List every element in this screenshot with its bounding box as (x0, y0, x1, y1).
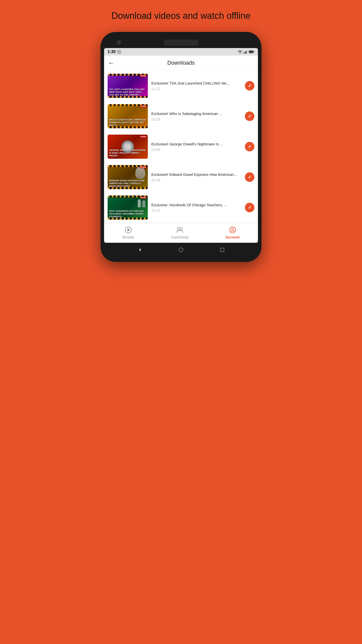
svg-rect-8 (249, 51, 253, 53)
video-thumbnail: Who Is Sabotaging American Power Plants?… (108, 104, 148, 128)
video-duration: 13:19 (151, 117, 241, 121)
video-thumbnail: TSA Just Launched Chilling New Tech! Jus… (108, 74, 148, 98)
download-check-button[interactable]: ✓ (245, 203, 254, 212)
svg-marker-1 (119, 51, 120, 53)
svg-rect-3 (244, 52, 244, 54)
nav-item-browse[interactable]: Browse (122, 226, 134, 239)
video-duration: 23:05 (151, 148, 241, 152)
video-item-5[interactable]: SICK! HUNDREDS OF CHICAGO TEACHERS GROOM… (104, 192, 258, 223)
video-list: TSA Just Launched Chilling New Tech! Jus… (104, 71, 258, 223)
video-thumbnail: George Orwell's Nightmare Is Now A Reali… (108, 135, 148, 159)
video-item-2[interactable]: Who Is Sabotaging American Power Plants?… (104, 101, 258, 132)
video-title: Exclusive! Edward Dowd Exposes How Ameri… (151, 172, 241, 177)
svg-point-17 (179, 248, 183, 252)
camera (117, 40, 121, 45)
thumb-text: TSA Just Launched Chilling New Tech! Jus… (108, 74, 148, 98)
back-button[interactable]: ← (108, 59, 115, 67)
nav-icon-account (228, 226, 237, 234)
battery-icon (249, 50, 254, 53)
video-thumbnail: SICK! HUNDREDS OF CHICAGO TEACHERS GROOM… (108, 195, 148, 220)
home-hardware-button[interactable] (177, 246, 185, 253)
nav-label-account: Account (225, 235, 240, 239)
phone-top (104, 39, 258, 46)
back-hardware-button[interactable] (136, 246, 143, 253)
svg-rect-5 (246, 51, 247, 54)
svg-point-15 (232, 228, 234, 230)
download-check-button[interactable]: ✓ (245, 142, 254, 151)
download-check-button[interactable]: ✓ (245, 111, 254, 121)
video-item-1[interactable]: TSA Just Launched Chilling New Tech! Jus… (104, 71, 258, 101)
nav-icon-community (175, 226, 184, 234)
check-icon: ✓ (248, 83, 252, 89)
status-bar: 1:30 (104, 48, 258, 56)
phone-screen: 1:30 (104, 48, 258, 243)
phone-hardware-buttons (104, 243, 258, 258)
recents-hardware-button[interactable] (219, 246, 226, 253)
svg-point-2 (240, 53, 241, 54)
download-check-button[interactable]: ✓ (245, 172, 254, 182)
nav-icon-browse (124, 226, 132, 234)
community-icon (175, 226, 184, 234)
thumb-text: Who Is Sabotaging American Power Plants?… (108, 104, 148, 128)
check-icon: ✓ (248, 144, 252, 149)
video-item-4[interactable]: Edward Dowd Exposes How Americans Are Li… (104, 162, 258, 192)
check-icon: ✓ (248, 205, 252, 210)
signal-icon (244, 50, 248, 54)
video-title: Exclusive: Hundreds Of Chicago Teachers,… (151, 203, 241, 208)
download-check-button[interactable]: ✓ (245, 81, 254, 91)
svg-marker-16 (139, 248, 141, 252)
thumb-text: Edward Dowd Exposes How Americans Are Li… (108, 165, 148, 189)
phone-frame: 1:30 (101, 32, 261, 262)
status-icons (238, 50, 254, 54)
page-headline: Download videos and watch offline (111, 10, 251, 22)
nav-label-browse: Browse (122, 235, 134, 239)
check-icon: ✓ (248, 174, 252, 180)
status-time: 1:30 (108, 50, 116, 54)
thumb-text: George Orwell's Nightmare Is Now A Reali… (108, 135, 148, 159)
video-thumbnail: Edward Dowd Exposes How Americans Are Li… (108, 165, 148, 189)
browse-icon (124, 226, 132, 234)
video-title: Exclusive! George Orwell's Nightmare Is … (151, 142, 241, 147)
nav-item-community[interactable]: Community (171, 226, 189, 239)
video-info: Exclusive! Who Is Sabotaging American ..… (151, 111, 241, 121)
page-title: Downloads (167, 60, 195, 66)
nav-item-account[interactable]: Account (225, 226, 240, 239)
svg-rect-6 (247, 50, 248, 54)
wifi-icon (238, 50, 242, 54)
media-icon (117, 50, 121, 54)
video-info: Exclusive! George Orwell's Nightmare Is … (151, 142, 241, 152)
thumb-text: SICK! HUNDREDS OF CHICAGO TEACHERS GROOM… (108, 195, 148, 220)
video-duration: 27:22 (151, 209, 241, 213)
svg-rect-9 (254, 51, 254, 52)
video-duration: 11:12 (151, 87, 241, 91)
video-info: Exclusive: Hundreds Of Chicago Teachers,… (151, 203, 241, 213)
svg-marker-11 (127, 228, 130, 231)
video-duration: 23:38 (151, 178, 241, 182)
speaker (163, 39, 199, 46)
video-info: Exclusive! Edward Dowd Exposes How Ameri… (151, 172, 241, 182)
nav-label-community: Community (171, 235, 189, 239)
video-info: Exclusive! TSA Just Launched CHILLING Ne… (151, 81, 241, 91)
account-icon (229, 226, 236, 234)
check-icon: ✓ (248, 113, 252, 119)
svg-point-12 (177, 227, 180, 230)
svg-point-13 (180, 227, 182, 230)
app-header: ← Downloads (104, 56, 258, 71)
svg-rect-4 (245, 52, 246, 54)
video-title: Exclusive! TSA Just Launched CHILLING Ne… (151, 81, 241, 86)
video-title: Exclusive! Who Is Sabotaging American ..… (151, 111, 241, 116)
video-item-3[interactable]: George Orwell's Nightmare Is Now A Reali… (104, 132, 258, 162)
svg-rect-18 (220, 248, 224, 252)
bottom-nav: Browse Community Account (104, 223, 258, 243)
